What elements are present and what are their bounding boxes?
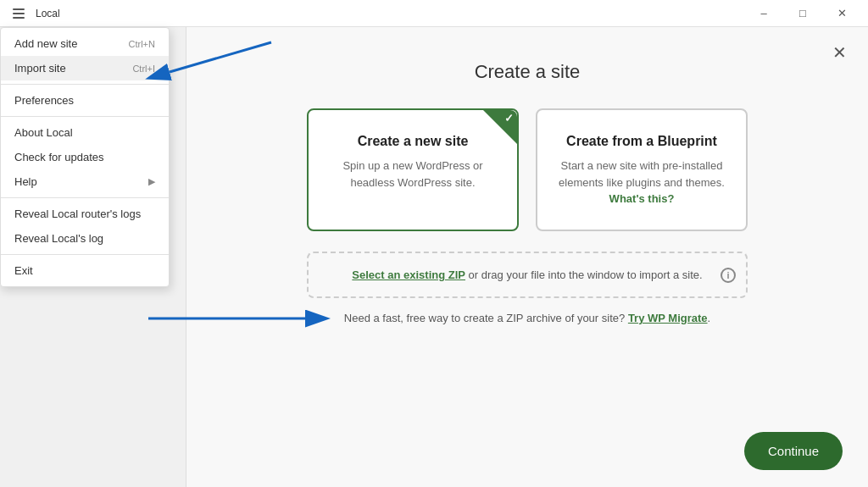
menu-item-label: Check for updates [14, 151, 104, 163]
window-close-button[interactable]: ✕ [822, 0, 861, 27]
app-title: Local [31, 8, 744, 19]
menu-item-reveal-local-log[interactable]: Reveal Local's log [1, 226, 169, 251]
menu-item-label: Help [14, 175, 37, 188]
info-icon[interactable]: i [721, 268, 736, 283]
continue-button[interactable]: Continue [744, 432, 843, 470]
hamburger-icon [13, 8, 25, 19]
selected-checkmark [483, 110, 517, 144]
menu-divider-4 [1, 254, 169, 255]
submenu-arrow-icon: ▶ [148, 176, 155, 187]
titlebar: Local – □ ✕ [0, 0, 868, 27]
migrate-text: Need a fast, free way to create a ZIP ar… [344, 312, 710, 324]
dialog-close-button[interactable]: ✕ [827, 41, 851, 64]
migrate-description: Need a fast, free way to create a ZIP ar… [344, 312, 625, 324]
create-from-blueprint-card[interactable]: Create from a Blueprint Start a new site… [536, 108, 748, 231]
select-zip-link[interactable]: Select an existing ZIP [352, 268, 465, 281]
content-area: ✕ Create a site Create a new site Spin u… [186, 27, 868, 487]
menu-item-label: Reveal Local's log [14, 232, 103, 245]
card-title: Create from a Blueprint [554, 134, 729, 149]
migrate-suffix: . [708, 312, 711, 324]
site-type-cards: Create a new site Spin up a new WordPres… [307, 108, 748, 231]
zip-area-text: or drag your file into the window to imp… [465, 268, 703, 281]
card-title: Create a new site [326, 134, 500, 149]
card-description: Start a new site with pre-installed elem… [554, 158, 729, 191]
arrow-to-zip-area [144, 302, 331, 339]
menu-item-check-updates[interactable]: Check for updates [1, 145, 169, 169]
menu-item-label: About Local [14, 126, 73, 139]
menu-item-label: Import site [14, 62, 66, 75]
menu-item-label: Preferences [14, 94, 74, 107]
menu-button[interactable] [7, 2, 31, 25]
menu-divider-2 [1, 116, 169, 117]
window-controls: – □ ✕ [744, 0, 861, 27]
menu-item-label: Reveal Local router's logs [14, 208, 141, 220]
try-wp-migrate-link[interactable]: Try WP Migrate [628, 312, 708, 324]
maximize-button[interactable]: □ [783, 0, 822, 27]
menu-item-about-local[interactable]: About Local [1, 120, 169, 145]
arrow-to-import-site [102, 38, 288, 92]
menu-item-label: Exit [14, 264, 33, 277]
minimize-button[interactable]: – [744, 0, 783, 27]
card-description: Spin up a new WordPress or headless Word… [326, 158, 500, 191]
menu-divider-3 [1, 197, 169, 198]
whats-this-link[interactable]: What's this? [609, 192, 675, 205]
menu-item-label: Add new site [14, 37, 77, 50]
create-new-site-card[interactable]: Create a new site Spin up a new WordPres… [307, 108, 519, 231]
zip-import-area[interactable]: Select an existing ZIP or drag your file… [307, 252, 748, 298]
menu-item-reveal-router-logs[interactable]: Reveal Local router's logs [1, 202, 169, 226]
dialog-title: Create a site [475, 61, 581, 83]
menu-item-exit[interactable]: Exit [1, 258, 169, 283]
menu-item-help[interactable]: Help ▶ [1, 169, 169, 194]
